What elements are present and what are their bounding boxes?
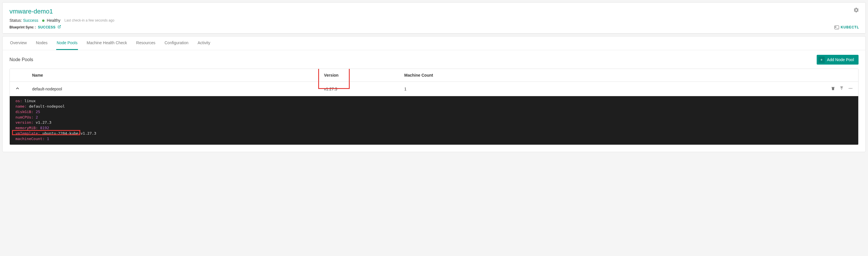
col-name: Name xyxy=(32,73,324,78)
kubectl-label: KUBECTL xyxy=(841,25,859,29)
tab-node-pools[interactable]: Node Pools xyxy=(56,36,78,50)
cell-name: default-nodepool xyxy=(32,87,324,91)
checkin-text: Last check-in a few seconds ago xyxy=(64,18,114,22)
tab-machine-health-check[interactable]: Machine Health Check xyxy=(86,36,128,50)
table-row: default-nodepool v1.27.3 1 xyxy=(10,82,858,96)
cluster-header: vmware-demo1 Status: Success Healthy Las… xyxy=(3,3,865,34)
health-dot-icon xyxy=(42,20,44,22)
tab-bar: Overview Nodes Node Pools Machine Health… xyxy=(3,36,865,50)
tab-overview[interactable]: Overview xyxy=(9,36,27,50)
col-machine-count: Machine Count xyxy=(404,73,813,78)
tab-configuration[interactable]: Configuration xyxy=(164,36,189,50)
tab-activity[interactable]: Activity xyxy=(197,36,211,50)
delete-icon[interactable] xyxy=(831,86,835,91)
external-link-icon[interactable] xyxy=(58,25,61,29)
status-value: Success xyxy=(23,18,38,23)
cell-version: v1.27.3 xyxy=(324,87,404,91)
col-version: Version xyxy=(324,73,339,78)
kubectl-button[interactable]: >_ KUBECTL xyxy=(834,25,859,29)
cluster-title: vmware-demo1 xyxy=(9,8,859,15)
add-node-pool-label: Add Node Pool xyxy=(827,57,854,62)
cell-machine-count: 1 xyxy=(404,87,813,91)
plus-icon: + xyxy=(818,57,825,63)
terminal-icon: >_ xyxy=(834,26,839,29)
section-title: Node Pools xyxy=(9,57,33,62)
svg-point-5 xyxy=(851,88,852,89)
more-icon[interactable] xyxy=(848,86,853,91)
health-text: Healthy xyxy=(47,18,60,23)
svg-point-3 xyxy=(849,88,850,89)
svg-line-0 xyxy=(59,26,61,27)
yaml-code-block: os: linux name: default-nodepool diskGiB… xyxy=(10,96,858,145)
status-label: Status: xyxy=(9,18,22,23)
expand-toggle[interactable] xyxy=(15,86,32,92)
upgrade-icon[interactable] xyxy=(839,86,844,91)
node-pools-table: Name Version Machine Count default-nodep… xyxy=(9,68,859,145)
tab-resources[interactable]: Resources xyxy=(135,36,156,50)
gear-icon[interactable] xyxy=(854,7,859,14)
blueprint-sync-value[interactable]: SUCCESS xyxy=(38,25,56,29)
svg-point-4 xyxy=(850,88,851,89)
tab-nodes[interactable]: Nodes xyxy=(35,36,48,50)
blueprint-sync-label: Blueprint Sync : xyxy=(9,25,36,29)
add-node-pool-button[interactable]: + Add Node Pool xyxy=(817,55,859,64)
